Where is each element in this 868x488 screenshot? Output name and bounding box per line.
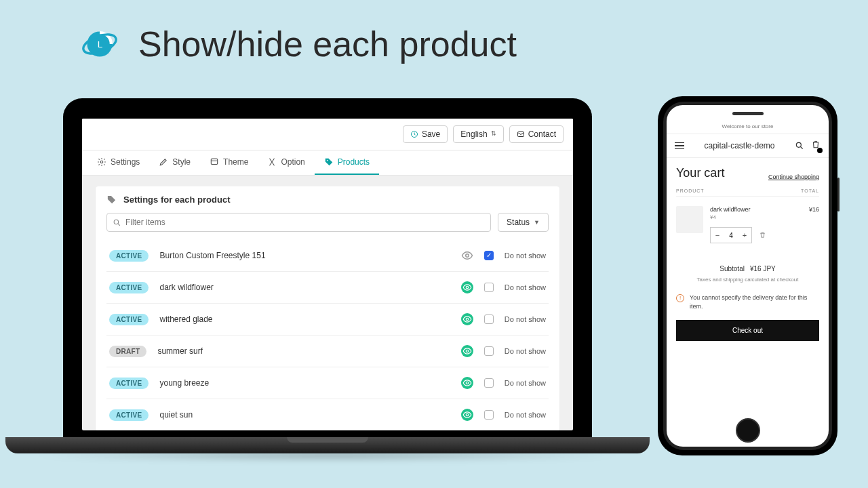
status-badge: ACTIVE	[109, 282, 149, 293]
product-name: dark wildflower	[159, 283, 450, 292]
app-logo: L	[81, 26, 118, 62]
do-not-show-checkbox[interactable]	[484, 251, 494, 260]
do-not-show-checkbox[interactable]	[484, 378, 494, 388]
cart-item: dark wildflower ¥4 − 4 +	[676, 197, 819, 253]
status-badge: ACTIVE	[109, 250, 149, 262]
product-name: Burton Custom Freestyle 151	[159, 251, 450, 260]
menu-button[interactable]	[675, 142, 684, 150]
do-not-show-label: Do not show	[505, 411, 546, 419]
tab-style[interactable]: Style	[149, 150, 200, 175]
gear-icon	[97, 157, 106, 167]
quantity-stepper: − 4 +	[710, 227, 752, 243]
cart-item-total: ¥16	[809, 206, 819, 243]
laptop-mockup: Save English ⇅ Contact Settings	[5, 98, 650, 462]
cart-title: Your cart	[676, 166, 724, 180]
tab-settings[interactable]: Settings	[87, 150, 149, 175]
cart-item-name: dark wildflower	[710, 206, 802, 213]
product-name: summer surf	[157, 346, 450, 356]
do-not-show-checkbox[interactable]	[484, 346, 494, 356]
do-not-show-label: Do not show	[505, 379, 546, 387]
tab-theme[interactable]: Theme	[200, 150, 258, 175]
save-label: Save	[422, 129, 440, 139]
contact-label: Contact	[528, 129, 556, 139]
search-input-wrap[interactable]	[106, 213, 491, 232]
svg-text:L: L	[98, 39, 103, 49]
admin-topbar: Save English ⇅ Contact	[82, 119, 573, 150]
tag-icon	[106, 195, 117, 205]
th-total: TOTAL	[801, 188, 819, 193]
store-name: capital-castle-demo	[704, 141, 774, 150]
caret-down-icon: ▼	[534, 219, 540, 226]
qty-plus[interactable]: +	[738, 228, 751, 243]
brush-icon	[159, 157, 168, 167]
product-name: withered glade	[159, 314, 450, 324]
do-not-show-label: Do not show	[505, 347, 546, 355]
updown-icon: ⇅	[491, 132, 496, 136]
tax-note: Taxes and shipping calculated at checkou…	[676, 277, 819, 283]
do-not-show-label: Do not show	[505, 315, 546, 323]
status-badge: ACTIVE	[109, 314, 149, 325]
visibility-icon[interactable]	[461, 409, 473, 421]
product-row: DRAFTsummer surfDo not show	[106, 336, 549, 367]
status-filter[interactable]: Status ▼	[498, 213, 549, 232]
page-headline: Show/hide each product	[138, 24, 517, 64]
home-button[interactable]	[736, 418, 760, 443]
cart-item-variant: ¥4	[710, 214, 802, 220]
do-not-show-checkbox[interactable]	[484, 283, 494, 292]
store-welcome: Welcome to our store	[667, 119, 829, 134]
product-row: ACTIVEdark wildflowerDo not show	[106, 272, 549, 304]
tab-products[interactable]: Products	[315, 150, 379, 175]
do-not-show-checkbox[interactable]	[484, 410, 494, 420]
visibility-icon[interactable]	[461, 377, 473, 389]
th-product: PRODUCT	[676, 188, 705, 193]
visibility-icon[interactable]	[461, 345, 473, 357]
tag-icon	[324, 157, 334, 167]
svg-point-10	[466, 286, 469, 289]
panel-title: Settings for each product	[123, 195, 230, 205]
visibility-icon[interactable]	[461, 313, 473, 325]
svg-point-15	[796, 142, 801, 147]
svg-point-8	[114, 220, 119, 224]
do-not-show-label: Do not show	[505, 251, 546, 260]
cart-count-badge	[817, 148, 823, 153]
products-panel: Settings for each product Status ▼ ACTIV…	[96, 186, 559, 430]
phone-mockup: Welcome to our store capital-castle-demo	[658, 96, 837, 455]
save-button[interactable]: Save	[403, 125, 448, 143]
svg-rect-6	[211, 159, 217, 164]
visibility-icon[interactable]	[461, 249, 473, 262]
status-badge: DRAFT	[109, 346, 146, 357]
product-row: ACTIVEwithered gladeDo not show	[106, 304, 549, 336]
language-select[interactable]: English ⇅	[453, 125, 503, 143]
status-badge: ACTIVE	[109, 378, 149, 389]
svg-point-5	[100, 161, 103, 163]
delivery-warning: ! You cannot specify the delivery date f…	[676, 293, 819, 310]
visibility-icon[interactable]	[461, 281, 473, 293]
cart-item-image	[676, 206, 703, 233]
svg-point-12	[466, 350, 469, 352]
svg-point-11	[466, 318, 469, 321]
product-name: quiet sun	[159, 410, 450, 420]
product-row: ACTIVEyoung breezeDo not show	[106, 367, 549, 399]
qty-minus[interactable]: −	[711, 228, 724, 243]
remove-item[interactable]	[759, 229, 766, 241]
svg-point-14	[466, 413, 469, 416]
tools-icon	[267, 157, 277, 167]
do-not-show-checkbox[interactable]	[484, 314, 494, 324]
search-input[interactable]	[125, 218, 485, 227]
product-row: ACTIVEquiet sunDo not show	[106, 399, 549, 430]
product-row: ACTIVEBurton Custom Freestyle 151Do not …	[106, 240, 549, 272]
continue-shopping-link[interactable]: Continue shopping	[768, 174, 819, 180]
admin-tabs: Settings Style Theme Option Products	[82, 150, 573, 176]
contact-button[interactable]: Contact	[509, 125, 564, 143]
qty-value: 4	[724, 232, 738, 239]
status-badge: ACTIVE	[109, 409, 149, 421]
search-icon	[113, 218, 121, 227]
cart-icon[interactable]	[811, 140, 821, 152]
checkout-button[interactable]: Check out	[676, 320, 819, 341]
subtotal: Subtotal¥16 JPY	[676, 265, 819, 272]
svg-point-9	[466, 254, 469, 258]
tab-option[interactable]: Option	[258, 150, 314, 175]
svg-point-7	[327, 160, 328, 161]
do-not-show-label: Do not show	[505, 283, 546, 291]
search-icon[interactable]	[795, 141, 804, 150]
